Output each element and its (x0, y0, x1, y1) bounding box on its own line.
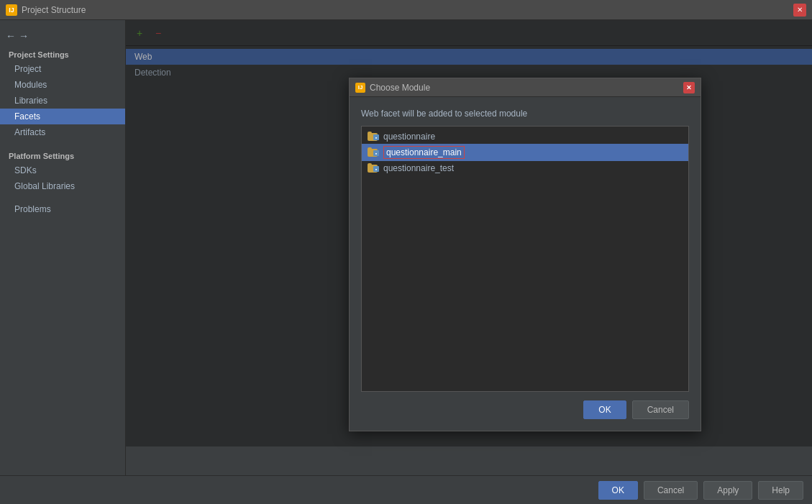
dialog-title-bar: IJ Choose Module ✕ (350, 78, 701, 97)
module-label-questionnaire-test: questionnaire_test (383, 163, 454, 173)
project-settings-header: Project Settings (0, 46, 125, 61)
dialog-cancel-button[interactable]: Cancel (632, 400, 689, 419)
module-item-questionnaire-test[interactable]: ▪ questionnaire_test (362, 161, 688, 175)
platform-settings-header: Platform Settings (0, 147, 125, 162)
choose-module-dialog: IJ Choose Module ✕ Web facet will be add… (349, 78, 701, 431)
dialog-buttons: OK Cancel (361, 400, 689, 419)
module-folder-icon: ▪ (368, 132, 379, 142)
bottom-bar: OK Cancel Apply Help (0, 475, 812, 504)
sidebar-item-artifacts[interactable]: Artifacts (0, 124, 125, 140)
title-bar: IJ Project Structure ✕ (0, 0, 812, 20)
sidebar-item-modules[interactable]: Modules (0, 77, 125, 93)
module-list[interactable]: ▪ questionnaire ▪ (361, 126, 689, 392)
ok-button[interactable]: OK (598, 481, 638, 500)
dialog-icon: IJ (355, 83, 365, 93)
module-label-questionnaire: questionnaire (383, 132, 435, 142)
module-item-questionnaire[interactable]: ▪ questionnaire (362, 129, 688, 144)
sidebar: ← → Project Settings Project Modules Lib… (0, 20, 126, 475)
app-icon: IJ (6, 4, 17, 16)
sidebar-item-libraries[interactable]: Libraries (0, 93, 125, 109)
content-area: + − Web Detection IJ Choose Module ✕ (126, 20, 812, 475)
dialog-close-button[interactable]: ✕ (683, 82, 695, 93)
back-button[interactable]: ← (6, 30, 16, 42)
sidebar-item-project[interactable]: Project (0, 61, 125, 77)
cancel-button[interactable]: Cancel (644, 481, 698, 500)
sidebar-item-global-libraries[interactable]: Global Libraries (0, 178, 125, 194)
sidebar-item-sdks[interactable]: SDKs (0, 162, 125, 178)
main-layout: ← → Project Settings Project Modules Lib… (0, 20, 812, 475)
sidebar-item-problems[interactable]: Problems (0, 201, 125, 217)
module-item-questionnaire-main[interactable]: ▪ questionnaire_main (362, 144, 688, 161)
forward-button[interactable]: → (19, 30, 29, 42)
module-label-questionnaire-main: questionnaire_main (383, 146, 465, 159)
apply-button[interactable]: Apply (703, 481, 752, 500)
help-button[interactable]: Help (758, 481, 803, 500)
dialog-subtitle: Web facet will be added to selected modu… (361, 109, 689, 119)
module-folder-icon-main: ▪ (368, 147, 379, 157)
window-close-button[interactable]: ✕ (793, 4, 806, 17)
module-folder-icon-test: ▪ (368, 163, 379, 173)
dialog-title: Choose Module (370, 83, 683, 93)
nav-arrows: ← → (0, 26, 125, 46)
sidebar-item-facets[interactable]: Facets (0, 109, 125, 124)
dialog-ok-button[interactable]: OK (583, 400, 626, 419)
dialog-body: Web facet will be added to selected modu… (350, 97, 701, 431)
window-title: Project Structure (22, 5, 86, 15)
